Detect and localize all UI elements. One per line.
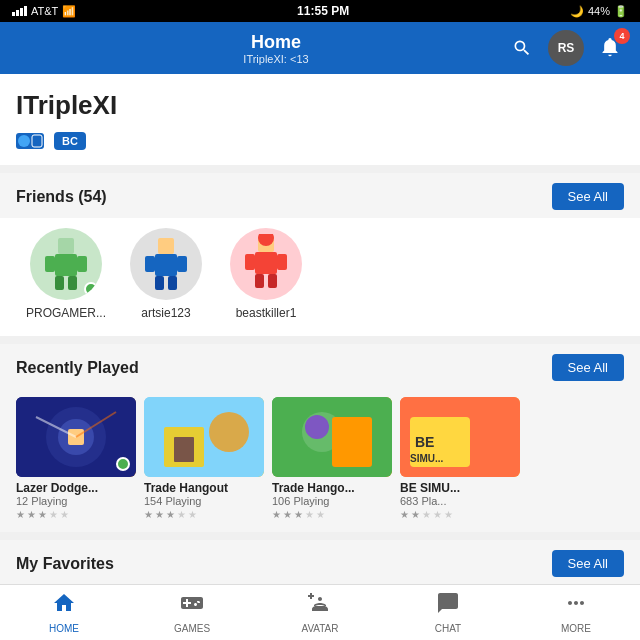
svg-text:BE: BE xyxy=(415,434,434,450)
roblox-character-gray xyxy=(141,234,191,294)
notification-badge: 4 xyxy=(614,28,630,44)
game-thumbnail xyxy=(272,397,392,477)
favorites-see-all-button[interactable]: See All xyxy=(552,550,624,577)
status-bar: AT&T 📶 11:55 PM 🌙 44% 🔋 xyxy=(0,0,640,22)
svg-rect-8 xyxy=(68,276,77,290)
favorites-section-header: My Favorites See All xyxy=(0,540,640,584)
svg-rect-2 xyxy=(32,135,42,147)
recently-played-header: Recently Played See All xyxy=(0,344,640,389)
header: Home ITripleXI: <13 RS 4 xyxy=(0,22,640,74)
nav-home[interactable]: HOME xyxy=(0,585,128,640)
battery-label: 44% xyxy=(588,5,610,17)
svg-rect-19 xyxy=(277,254,287,270)
friend-item[interactable]: artsie123 xyxy=(116,228,216,320)
friend-item[interactable]: beastkiller1 xyxy=(216,228,316,320)
avatar-label: AVATAR xyxy=(301,623,338,634)
svg-rect-18 xyxy=(245,254,255,270)
notifications-button[interactable]: 4 xyxy=(592,30,628,66)
profile-badges: BC xyxy=(16,129,624,153)
svg-rect-6 xyxy=(77,256,87,272)
game-card[interactable]: Trade Hangout 154 Playing ★★★★★ xyxy=(144,397,264,520)
game-name: Trade Hango... xyxy=(272,481,392,495)
svg-rect-12 xyxy=(177,256,187,272)
recently-played-see-all-button[interactable]: See All xyxy=(552,354,624,381)
home-icon xyxy=(52,591,76,621)
game-art-trade2 xyxy=(272,397,392,477)
header-subtitle: ITripleXI: <13 xyxy=(243,53,308,65)
header-icons: RS 4 xyxy=(504,30,628,66)
builders-club-icon xyxy=(16,129,48,153)
content-area: ITripleXI BC Friends (54) See All xyxy=(0,74,640,584)
bottom-navigation: HOME GAMES AVATAR CHAT MORE xyxy=(0,584,640,640)
game-name: Lazer Dodge... xyxy=(16,481,136,495)
friends-see-all-button[interactable]: See All xyxy=(552,183,624,210)
game-count: 12 Playing xyxy=(16,495,136,507)
chat-icon xyxy=(436,591,460,621)
svg-rect-31 xyxy=(174,437,194,462)
wifi-icon: 📶 xyxy=(62,5,76,18)
svg-rect-3 xyxy=(58,238,74,254)
svg-rect-20 xyxy=(255,274,264,288)
svg-rect-4 xyxy=(55,254,77,276)
nav-chat[interactable]: CHAT xyxy=(384,585,512,640)
svg-rect-5 xyxy=(45,256,55,272)
online-indicator xyxy=(84,282,98,296)
svg-rect-14 xyxy=(168,276,177,290)
friend-avatar xyxy=(30,228,102,300)
nav-more[interactable]: MORE xyxy=(512,585,640,640)
svg-rect-10 xyxy=(155,254,177,276)
svg-point-30 xyxy=(209,412,249,452)
recently-played-row: Lazer Dodge... 12 Playing ★★★★★ Trade Ha… xyxy=(0,389,640,532)
friend-avatar xyxy=(130,228,202,300)
profile-section: ITripleXI BC xyxy=(0,74,640,165)
nav-avatar[interactable]: AVATAR xyxy=(256,585,384,640)
svg-rect-7 xyxy=(55,276,64,290)
header-title-main: Home xyxy=(243,32,308,53)
status-right: 🌙 44% 🔋 xyxy=(570,5,628,18)
status-left: AT&T 📶 xyxy=(12,5,76,18)
game-art-simu: BE SIMU... xyxy=(400,397,520,477)
game-stars: ★★★★★ xyxy=(16,509,136,520)
game-card[interactable]: Trade Hango... 106 Playing ★★★★★ xyxy=(272,397,392,520)
profile-username: ITripleXI xyxy=(16,90,624,121)
game-card[interactable]: Lazer Dodge... 12 Playing ★★★★★ xyxy=(16,397,136,520)
game-count: 154 Playing xyxy=(144,495,264,507)
friends-row: PROGAMER... artsie123 xyxy=(0,218,640,336)
status-time: 11:55 PM xyxy=(297,4,349,18)
games-icon xyxy=(180,591,204,621)
games-label: GAMES xyxy=(174,623,210,634)
svg-rect-13 xyxy=(155,276,164,290)
svg-rect-17 xyxy=(255,252,277,274)
nav-games[interactable]: GAMES xyxy=(128,585,256,640)
svg-rect-21 xyxy=(268,274,277,288)
robux-button[interactable]: RS xyxy=(548,30,584,66)
game-thumbnail xyxy=(144,397,264,477)
game-name: Trade Hangout xyxy=(144,481,264,495)
friends-section: Friends (54) See All PROGAMER... xyxy=(0,173,640,336)
friend-name: PROGAMER... xyxy=(26,306,106,320)
svg-point-1 xyxy=(18,135,30,147)
friend-name: artsie123 xyxy=(141,306,190,320)
bc-badge: BC xyxy=(54,132,86,150)
favorites-title: My Favorites xyxy=(16,555,114,573)
game-stars: ★★★★★ xyxy=(144,509,264,520)
game-stars: ★★★★★ xyxy=(272,509,392,520)
svg-point-35 xyxy=(305,415,329,439)
game-thumbnail: BE SIMU... xyxy=(400,397,520,477)
game-count: 683 Pla... xyxy=(400,495,520,507)
game-online-dot xyxy=(116,457,130,471)
game-stars: ★★★★★ xyxy=(400,509,520,520)
header-title: Home ITripleXI: <13 xyxy=(243,32,308,65)
search-button[interactable] xyxy=(504,30,540,66)
friend-name: beastkiller1 xyxy=(236,306,297,320)
recently-played-section: Recently Played See All Lazer Dod xyxy=(0,344,640,532)
friend-item[interactable]: PROGAMER... xyxy=(16,228,116,320)
avatar-icon xyxy=(308,591,332,621)
home-label: HOME xyxy=(49,623,79,634)
battery-icon: 🔋 xyxy=(614,5,628,18)
roblox-character-green xyxy=(41,234,91,294)
game-thumbnail xyxy=(16,397,136,477)
friend-avatar xyxy=(230,228,302,300)
favorites-section: My Favorites See All PILOT xyxy=(0,540,640,584)
game-card[interactable]: BE SIMU... BE SIMU... 683 Pla... ★★★★★ xyxy=(400,397,520,520)
